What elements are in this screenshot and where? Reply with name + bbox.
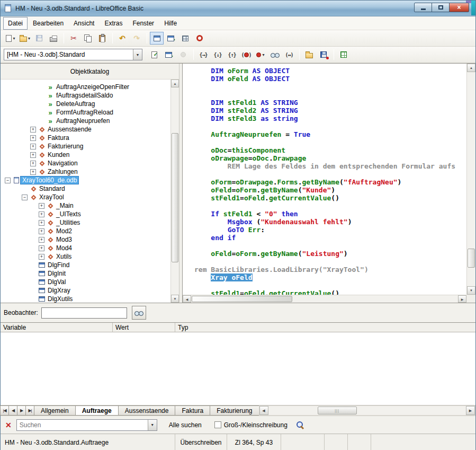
save-document-button[interactable] <box>32 32 46 45</box>
tree-item-standard[interactable]: Standard <box>1 184 170 193</box>
code-area[interactable]: DIM oForm AS OBJECT DIM oFeld AS OBJECT … <box>183 64 466 295</box>
tree-item-label[interactable]: XrayTool60_de.odb <box>21 177 78 184</box>
tree-item-label[interactable]: DlgXutils <box>46 295 74 303</box>
tree-scrollbar[interactable]: ▲ ▼ <box>170 80 179 303</box>
tree-item-label[interactable]: _UITexts <box>55 210 83 218</box>
menu-ansicht[interactable]: Ansicht <box>69 17 99 30</box>
tree-item-label[interactable]: AuftragNeupruefen <box>55 117 111 125</box>
stop-recording-button[interactable] <box>193 32 206 45</box>
expander-collapsed-icon[interactable]: + <box>39 228 44 234</box>
titlebar[interactable]: HM - Neu -3.odb.Standard - LibreOffice B… <box>1 1 475 16</box>
stop-button[interactable] <box>176 48 190 61</box>
expander-collapsed-icon[interactable]: + <box>30 135 36 141</box>
match-case-checkbox[interactable] <box>214 421 221 428</box>
expander-collapsed-icon[interactable]: + <box>30 152 36 158</box>
tab-aussenstaende[interactable]: Aussenstaende <box>118 405 176 416</box>
editor-vscroll-thumb[interactable] <box>468 249 475 268</box>
tree-item-label[interactable]: Xutils <box>55 253 73 260</box>
tab-first-button[interactable]: |◀ <box>0 405 9 416</box>
tab-auftraege[interactable]: Auftraege <box>75 405 119 416</box>
tab-next-button[interactable]: ▶ <box>17 405 26 416</box>
object-catalog-tree[interactable]: »AuftragAnzeigeOpenFilter»fAuftragsdetai… <box>1 80 170 303</box>
tree-item-label[interactable]: Aussenstaende <box>46 126 93 133</box>
tree-item-label[interactable]: Navigation <box>46 160 79 167</box>
search-combobox[interactable]: ▼ <box>16 419 157 431</box>
procedure-step-button[interactable]: {→} <box>196 48 210 61</box>
insert-basic-source-button[interactable] <box>302 48 316 61</box>
toggle-breakpoint-button[interactable]: () <box>239 48 253 61</box>
tree-item-dlginit[interactable]: DlgInit <box>1 269 170 278</box>
open-document-button[interactable]: ▾ <box>18 32 32 45</box>
tree-item-navigation[interactable]: +Navigation <box>1 159 170 167</box>
editor-scroll-left[interactable]: ◀ <box>183 295 191 303</box>
search-input[interactable] <box>17 420 148 430</box>
search-dropdown-arrow[interactable]: ▼ <box>148 420 157 430</box>
tab-faktura[interactable]: Faktura <box>175 405 210 416</box>
tabbar-scroll-thumb[interactable]: ||| <box>318 407 357 414</box>
tree-item-label[interactable]: XrayTool <box>38 193 66 201</box>
tree-scroll-up[interactable]: ▲ <box>171 80 179 87</box>
enable-watch-button[interactable] <box>268 48 282 61</box>
menu-datei[interactable]: Datei <box>3 17 28 30</box>
tree-item-label[interactable]: Fakturierung <box>46 143 85 150</box>
tab-previous-button[interactable]: ◀ <box>8 405 17 416</box>
column-header-typ[interactable]: Typ <box>175 323 475 332</box>
tree-item--utilities[interactable]: +_Utilities <box>1 218 170 227</box>
object-catalog-button[interactable] <box>150 32 164 45</box>
tree-item-mod2[interactable]: +Mod2 <box>1 227 170 235</box>
tree-item-xraytool60-de-odb[interactable]: −XrayTool60_de.odb <box>1 176 170 184</box>
expander-collapsed-icon[interactable]: + <box>39 254 44 260</box>
tree-item-fakturierung[interactable]: +Fakturierung <box>1 142 170 151</box>
tree-item-xraytool[interactable]: −XrayTool <box>1 193 170 201</box>
tabbar-scroll-left[interactable]: ◀ <box>259 406 268 415</box>
tree-item-faktura[interactable]: +Faktura <box>1 134 170 142</box>
find-parentheses-button[interactable]: (↔) <box>282 48 296 61</box>
tree-item-label[interactable]: DlgVal <box>46 278 67 286</box>
tree-item-deleteauftrag[interactable]: »DeleteAuftrag <box>1 100 170 108</box>
import-dialog-button[interactable] <box>337 48 351 61</box>
manage-modules-button[interactable] <box>178 32 192 45</box>
tree-item-xutils[interactable]: +Xutils <box>1 252 170 261</box>
tree-item-label[interactable]: Mod2 <box>55 227 74 235</box>
tree-item--uitexts[interactable]: +_UITexts <box>1 210 170 218</box>
tree-item-fauftragsdetailsaldo[interactable]: »fAuftragsdetailSaldo <box>1 91 170 100</box>
expander-collapsed-icon[interactable]: + <box>30 144 36 149</box>
expander-collapsed-icon[interactable]: + <box>30 127 36 133</box>
menu-bearbeiten[interactable]: Bearbeiten <box>28 17 68 30</box>
tree-item-label[interactable]: Mod4 <box>55 244 74 252</box>
tree-item-formfauftragreload[interactable]: »FormfAuftragReload <box>1 108 170 117</box>
tree-item-aussenstaende[interactable]: +Aussenstaende <box>1 125 170 134</box>
expander-collapsed-icon[interactable]: + <box>39 237 44 243</box>
library-combobox-dropdown-arrow[interactable]: ▼ <box>133 49 142 60</box>
cut-button[interactable]: ✂ <box>67 32 80 45</box>
expander-collapsed-icon[interactable]: + <box>39 220 44 226</box>
manage-breakpoints-button[interactable]: ▾ <box>254 48 267 61</box>
editor-horizontal-scrollbar[interactable]: ◀ ▶ <box>183 295 466 303</box>
status-insert-mode[interactable]: Überschreiben <box>175 434 227 450</box>
find-and-replace-button[interactable] <box>296 421 304 429</box>
redo-button[interactable]: ↷ <box>130 32 143 45</box>
tree-item-kunden[interactable]: +Kunden <box>1 151 170 159</box>
tree-scroll-down[interactable]: ▼ <box>171 295 179 303</box>
single-step-button[interactable]: {↓} <box>211 48 224 61</box>
expander-collapsed-icon[interactable]: + <box>30 161 36 166</box>
editor-scroll-down[interactable]: ▼ <box>467 286 475 295</box>
open-document-dropdown-arrow[interactable]: ▾ <box>28 36 30 41</box>
tree-item-label[interactable]: Kunden <box>46 151 71 158</box>
column-header-wert[interactable]: Wert <box>113 323 175 332</box>
menu-extras[interactable]: Extras <box>100 17 127 30</box>
tree-item-label[interactable]: _Utilities <box>55 219 82 226</box>
tabbar-scroll-right[interactable]: ▶ <box>466 406 475 415</box>
step-out-button[interactable]: {↑} <box>225 48 239 61</box>
library-combobox-value[interactable]: [HM - Neu -3.odb].Standard <box>4 49 133 60</box>
new-document-button[interactable]: ▾ <box>4 32 17 45</box>
tree-item-label[interactable]: Faktura <box>46 134 71 142</box>
manage-breakpoints-dropdown-arrow[interactable]: ▾ <box>262 52 264 57</box>
tree-item-dlgval[interactable]: DlgVal <box>1 278 170 286</box>
undo-button[interactable]: ↶ <box>115 32 129 45</box>
editor-hscroll-thumb[interactable] <box>192 296 292 302</box>
expander-expanded-icon[interactable]: − <box>5 178 11 183</box>
tree-item-label[interactable]: AuftragAnzeigeOpenFilter <box>55 83 131 91</box>
tree-item-label[interactable]: fAuftragsdetailSaldo <box>55 92 114 99</box>
copy-button[interactable] <box>81 32 95 45</box>
